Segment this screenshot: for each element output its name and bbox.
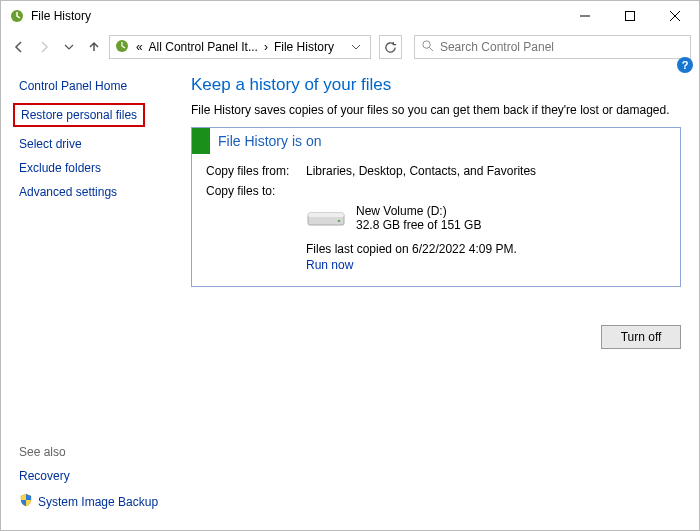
sidebar-advanced[interactable]: Advanced settings: [19, 185, 179, 199]
sidebar-select-drive[interactable]: Select drive: [19, 137, 179, 151]
run-now-link[interactable]: Run now: [306, 258, 666, 272]
drive-info: New Volume (D:) 32.8 GB free of 151 GB: [306, 204, 666, 232]
main: ? Keep a history of your files File Hist…: [179, 63, 699, 530]
svg-rect-2: [625, 12, 634, 21]
forward-button[interactable]: [34, 36, 55, 58]
drive-name: New Volume (D:): [356, 204, 481, 218]
search-input[interactable]: Search Control Panel: [414, 35, 691, 59]
last-copied: Files last copied on 6/22/2022 4:09 PM.: [306, 242, 666, 256]
minimize-button[interactable]: [562, 2, 607, 30]
see-also-label: See also: [19, 445, 179, 459]
address-row: « All Control Panel It... › File History…: [1, 31, 699, 63]
sidebar-exclude[interactable]: Exclude folders: [19, 161, 179, 175]
status-panel: File History is on Copy files from: Libr…: [191, 127, 681, 287]
chevron-right-icon: ›: [264, 40, 268, 54]
content: Control Panel Home Restore personal file…: [1, 63, 699, 530]
search-placeholder: Search Control Panel: [440, 40, 554, 54]
sidebar-recovery[interactable]: Recovery: [19, 469, 179, 483]
svg-line-7: [429, 47, 433, 51]
window-title: File History: [31, 9, 562, 23]
address-dropdown[interactable]: [346, 42, 366, 52]
svg-point-6: [423, 41, 430, 48]
drive-icon: [306, 207, 346, 229]
app-icon: [9, 8, 25, 24]
svg-point-10: [338, 220, 341, 223]
titlebar: File History: [1, 1, 699, 31]
help-icon[interactable]: ?: [677, 57, 693, 73]
sidebar-restore[interactable]: Restore personal files: [13, 103, 145, 127]
overflow-chevron[interactable]: «: [136, 40, 143, 54]
control-panel-icon: [114, 38, 130, 57]
recent-dropdown[interactable]: [59, 36, 80, 58]
up-button[interactable]: [84, 36, 105, 58]
back-button[interactable]: [9, 36, 30, 58]
panel-body: Copy files from: Libraries, Desktop, Con…: [192, 154, 680, 286]
window-buttons: [562, 2, 697, 30]
breadcrumb-2[interactable]: File History: [274, 40, 334, 54]
copy-from-value: Libraries, Desktop, Contacts, and Favori…: [306, 164, 536, 178]
status-text: File History is on: [210, 133, 321, 149]
address-bar[interactable]: « All Control Panel It... › File History: [109, 35, 371, 59]
panel-header: File History is on: [192, 128, 680, 154]
sidebar-system-image-backup[interactable]: System Image Backup: [19, 493, 179, 510]
drive-space: 32.8 GB free of 151 GB: [356, 218, 481, 232]
copy-to-label: Copy files to:: [206, 184, 306, 198]
copy-from-label: Copy files from:: [206, 164, 306, 178]
search-icon: [421, 39, 434, 55]
page-heading: Keep a history of your files: [191, 75, 681, 95]
page-desc: File History saves copies of your files …: [191, 103, 681, 117]
refresh-button[interactable]: [379, 35, 402, 59]
close-button[interactable]: [652, 2, 697, 30]
svg-rect-9: [308, 213, 344, 217]
shield-icon: [19, 493, 33, 510]
status-indicator: [192, 128, 210, 154]
turn-off-button[interactable]: Turn off: [601, 325, 681, 349]
maximize-button[interactable]: [607, 2, 652, 30]
breadcrumb-1[interactable]: All Control Panel It...: [149, 40, 258, 54]
sidebar-home[interactable]: Control Panel Home: [19, 79, 179, 93]
sidebar: Control Panel Home Restore personal file…: [1, 63, 179, 530]
sidebar-item-label: System Image Backup: [38, 495, 158, 509]
